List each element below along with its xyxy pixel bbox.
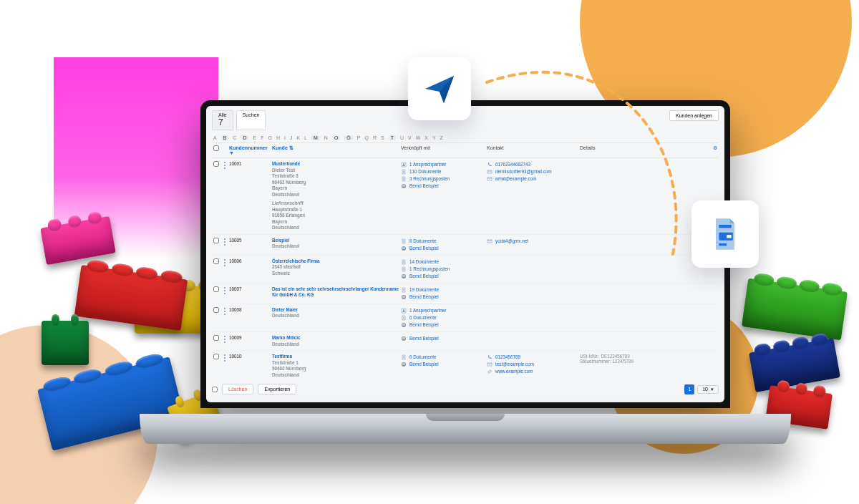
linked-item[interactable]: 1 Ansprechpartner (409, 307, 446, 314)
linked-item[interactable]: Bernd Beispiel (409, 294, 439, 301)
customer-name-link[interactable]: Dieter Maier (272, 307, 401, 314)
select-all-checkbox[interactable] (213, 145, 219, 151)
alpha-letter-Z[interactable]: Z (440, 135, 443, 140)
svg-point-17 (224, 265, 225, 266)
tab-all[interactable]: Alle 7 (212, 110, 233, 130)
delete-button[interactable]: Löschen (222, 384, 253, 394)
table-row[interactable]: 10006Österreichische Firma2345 sfasfsdfS… (212, 256, 719, 284)
linked-item[interactable]: Bernd Beispiel (409, 321, 439, 329)
table-row[interactable]: 10001MusterkundeDieter TestTeststraße 39… (212, 158, 719, 235)
row-checkbox[interactable] (213, 354, 219, 359)
row-grip-icon[interactable] (223, 238, 229, 252)
row-checkbox[interactable] (213, 286, 219, 292)
page-1-button[interactable]: 1 (684, 384, 694, 394)
export-button[interactable]: Exportieren (258, 384, 296, 394)
alpha-letter-M[interactable]: M (311, 135, 320, 140)
table-row[interactable]: 10010TestfirmaTeststraße 190402 Nürnberg… (212, 351, 719, 381)
row-checkbox[interactable] (213, 161, 219, 167)
bb-icon: BB (401, 362, 407, 367)
th-kundennummer[interactable]: Kundennummer ▼ (229, 145, 272, 155)
alpha-letter-N[interactable]: N (324, 135, 328, 140)
page-size-select[interactable]: 10 ▾ (697, 385, 719, 394)
alpha-letter-O[interactable]: O (332, 135, 340, 140)
alpha-letter-I[interactable]: I (284, 135, 286, 140)
row-grip-icon[interactable] (223, 286, 229, 301)
contact-item[interactable]: 01762344682743 (495, 161, 530, 168)
contact-item[interactable]: dennisdorfler93@gmail.com (495, 168, 552, 175)
alpha-letter-E[interactable]: E (253, 135, 256, 140)
alpha-letter-G[interactable]: G (268, 135, 271, 140)
contact-item[interactable]: 0123456789 (495, 354, 520, 361)
linked-item[interactable]: 1 Ansprechpartner (409, 161, 446, 168)
alpha-letter-Q[interactable]: Q (364, 135, 368, 140)
alpha-letter-P[interactable]: P (357, 135, 361, 140)
customer-name-link[interactable]: Beispiel (272, 238, 401, 244)
alpha-letter-K[interactable]: K (296, 135, 300, 140)
linked-item[interactable]: Bernd Beispiel (409, 245, 439, 252)
tab-search[interactable]: Suchen (236, 110, 266, 130)
linked-item[interactable]: 19 Dokumente (409, 286, 439, 294)
alpha-letter-L[interactable]: L (304, 135, 307, 140)
linked-item[interactable]: Bernd Beispiel (409, 183, 439, 190)
contact-item[interactable]: amal@example.com (495, 175, 537, 183)
customer-name-link[interactable]: Musterkunde (272, 161, 401, 168)
create-customer-button[interactable]: Kunden anlegen (669, 110, 719, 121)
lego-darkgreen (42, 321, 89, 365)
linked-item[interactable]: 1 Rechnungsposten (409, 266, 450, 273)
alpha-letter-A[interactable]: A (213, 135, 217, 140)
linked-item[interactable]: 3 Rechnungsposten (409, 175, 450, 183)
alpha-letter-C[interactable]: C (233, 135, 236, 140)
contact-item[interactable]: www.example.com (495, 368, 533, 375)
row-checkbox[interactable] (213, 258, 219, 264)
alpha-letter-Ö[interactable]: Ö (344, 135, 352, 140)
th-configure-icon[interactable]: ⚙ (707, 145, 717, 155)
linked-item[interactable]: 8 Dokumente (409, 238, 436, 245)
alpha-letter-B[interactable]: B (221, 135, 229, 140)
alpha-letter-V[interactable]: V (408, 135, 412, 140)
alpha-letter-J[interactable]: J (290, 135, 293, 140)
linked-item[interactable]: Bernd Beispiel (409, 361, 439, 368)
contact-item[interactable]: yoda4@gmx.net (495, 238, 528, 245)
alpha-filter[interactable]: ABCDEFGHIJKLMNOÖPQRSTUVWXYZ (212, 133, 719, 142)
linked-item[interactable]: 110 Dokumente (409, 168, 441, 175)
alpha-letter-T[interactable]: T (389, 135, 396, 140)
doc-icon (401, 238, 407, 244)
contact-item[interactable]: test@example.com (495, 361, 534, 368)
alpha-letter-S[interactable]: S (381, 135, 384, 140)
cell-kontakt (487, 335, 580, 347)
alpha-letter-U[interactable]: U (400, 135, 404, 140)
row-checkbox[interactable] (213, 238, 219, 243)
customer-name-link[interactable]: Testfirma (272, 354, 401, 360)
footer-select-all-checkbox[interactable] (212, 387, 218, 392)
table-row[interactable]: 10005BeispielDeutschland8 DokumenteBBBer… (212, 235, 719, 256)
alpha-letter-H[interactable]: H (276, 135, 280, 140)
customer-name-link[interactable]: Österreichische Firma (272, 258, 401, 265)
linked-item[interactable]: 14 Dokumente (409, 258, 439, 266)
linked-item[interactable]: 6 Dokumente (409, 314, 436, 321)
linked-item[interactable]: Bernd Beispiel (409, 335, 439, 342)
customer-name-link[interactable]: Marko Milicic (272, 335, 401, 341)
row-grip-icon[interactable] (223, 354, 229, 378)
table-row[interactable]: 10007Das ist ein sehr sehr sehrsehrsehrs… (212, 284, 719, 304)
alpha-letter-R[interactable]: R (373, 135, 377, 140)
row-grip-icon[interactable] (223, 161, 229, 231)
linked-item[interactable]: Bernd Beispiel (409, 273, 439, 280)
alpha-letter-X[interactable]: X (424, 135, 428, 140)
alpha-letter-W[interactable]: W (416, 135, 421, 140)
doc-icon (401, 259, 407, 265)
alpha-letter-Y[interactable]: Y (432, 135, 436, 140)
row-grip-icon[interactable] (223, 335, 229, 347)
linked-item[interactable]: 6 Dokumente (409, 354, 436, 361)
cell-verknuepft: 14 Dokumente1 RechnungspostenBBBernd Bei… (401, 258, 487, 280)
alpha-letter-F[interactable]: F (261, 135, 263, 140)
svg-point-22 (224, 293, 225, 294)
customer-name-link[interactable]: Das ist ein sehr sehr sehrsehrsehrsehrla… (272, 286, 401, 299)
th-kunde[interactable]: Kunde ⇅ (272, 145, 401, 155)
row-grip-icon[interactable] (223, 258, 229, 280)
row-grip-icon[interactable] (223, 307, 229, 329)
table-row[interactable]: 10008Dieter MaierDeutschland1 Ansprechpa… (212, 304, 719, 332)
row-checkbox[interactable] (213, 335, 219, 341)
table-row[interactable]: 10009Marko MilicicDeutschlandBBBernd Bei… (212, 332, 719, 351)
alpha-letter-D[interactable]: D (241, 135, 248, 140)
row-checkbox[interactable] (213, 307, 219, 313)
